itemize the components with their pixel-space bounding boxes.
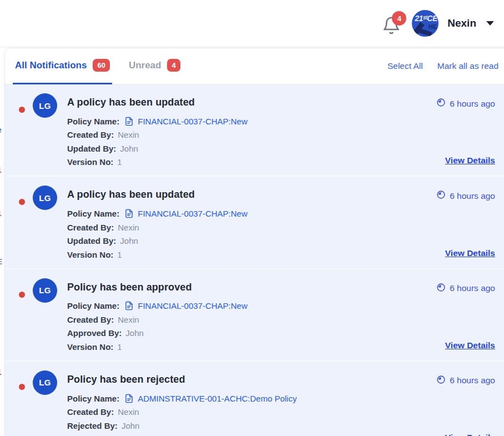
unread-dot-indicator bbox=[19, 107, 25, 113]
tab-actions: Select All Mark all as read bbox=[387, 61, 500, 71]
field-label: Version No: bbox=[67, 250, 113, 259]
field-label: Approved By: bbox=[67, 328, 122, 338]
notification-timestamp: 6 hours ago bbox=[436, 375, 495, 387]
document-icon bbox=[124, 301, 134, 310]
document-icon bbox=[124, 394, 134, 403]
chevron-down-icon[interactable] bbox=[486, 21, 494, 26]
notification-timestamp: 6 hours ago bbox=[436, 190, 495, 202]
field-label: Policy Name: bbox=[67, 209, 119, 218]
edge-fragment: e bbox=[0, 126, 2, 134]
field-label: Created By: bbox=[67, 407, 114, 417]
field-value: John bbox=[120, 236, 138, 245]
field-value: Nexin bbox=[118, 130, 139, 139]
user-name[interactable]: Nexin bbox=[447, 17, 476, 29]
timestamp-text: 6 hours ago bbox=[450, 99, 495, 109]
document-icon bbox=[124, 209, 134, 218]
tab-unread[interactable]: Unread 4 bbox=[127, 48, 183, 84]
field-row: Approved By: John bbox=[67, 327, 495, 340]
clock-icon bbox=[436, 283, 446, 294]
field-row: Created By: Nexin bbox=[67, 220, 495, 234]
view-details-link[interactable]: View Details bbox=[445, 340, 495, 350]
tab-all-label: All Notifications bbox=[15, 60, 87, 71]
notification-title: A policy has been updated bbox=[67, 188, 495, 201]
field-label: Rejected By: bbox=[67, 421, 118, 430]
field-value: Nexin bbox=[118, 315, 139, 324]
notification-card[interactable]: LG 6 hours ago Policy has been rejected … bbox=[5, 362, 504, 436]
field-label: Version No: bbox=[67, 157, 113, 167]
document-icon bbox=[124, 117, 134, 126]
mark-all-read-button[interactable]: Mark all as read bbox=[437, 61, 498, 71]
field-label: Policy Name: bbox=[67, 394, 119, 403]
tab-unread-label: Unread bbox=[129, 60, 162, 71]
view-details-link[interactable]: View Details bbox=[445, 433, 495, 436]
notification-card[interactable]: LG 6 hours ago Policy has been approved … bbox=[5, 269, 504, 362]
user-avatar[interactable]: 21ˢᵗCE HE bbox=[412, 10, 439, 37]
clock-icon bbox=[436, 190, 446, 202]
unread-dot-indicator bbox=[19, 384, 25, 390]
notification-timestamp: 6 hours ago bbox=[436, 98, 495, 109]
logo-text: 21ˢᵗCE bbox=[415, 14, 437, 23]
field-label: Created By: bbox=[67, 223, 114, 232]
timestamp-text: 6 hours ago bbox=[450, 191, 495, 201]
notification-title: Policy has been rejected bbox=[67, 373, 495, 386]
sender-avatar: LG bbox=[33, 93, 57, 118]
tab-all-notifications[interactable]: All Notifications 60 bbox=[13, 48, 112, 84]
unread-dot-indicator bbox=[19, 199, 25, 205]
unread-dot-indicator bbox=[19, 292, 25, 298]
policy-name-row: Policy Name: FINANCIAL-0037-CHAP:New bbox=[67, 299, 495, 313]
policy-name-row: Policy Name: FINANCIAL-0037-CHAP:New bbox=[67, 207, 495, 220]
bell-count-badge: 4 bbox=[392, 11, 406, 26]
sender-avatar: LG bbox=[33, 370, 57, 395]
view-details-link[interactable]: View Details bbox=[445, 156, 495, 166]
policy-name-link[interactable]: FINANCIAL-0037-CHAP:New bbox=[138, 117, 248, 126]
all-count-badge: 60 bbox=[93, 59, 109, 72]
edge-fragment: 1 bbox=[0, 209, 2, 218]
field-value: Nexin bbox=[118, 223, 139, 232]
select-all-button[interactable]: Select All bbox=[387, 61, 423, 71]
field-label: Updated By: bbox=[67, 144, 116, 153]
policy-name-row: Policy Name: ADMINSTRATIVE-001-ACHC:Demo… bbox=[67, 392, 495, 405]
field-value: 1 bbox=[117, 157, 122, 167]
edge-fragment: 1 bbox=[0, 368, 2, 377]
notification-card[interactable]: LG 6 hours ago A policy has been updated… bbox=[5, 177, 504, 269]
notification-timestamp: 6 hours ago bbox=[436, 283, 495, 294]
view-details-link[interactable]: View Details bbox=[445, 248, 495, 258]
logo-text: HE bbox=[429, 23, 437, 30]
field-value: Nexin bbox=[118, 407, 139, 417]
timestamp-text: 6 hours ago bbox=[450, 283, 495, 293]
notification-title: A policy has been updated bbox=[67, 96, 495, 109]
clock-icon bbox=[436, 98, 446, 109]
policy-name-link[interactable]: FINANCIAL-0037-CHAP:New bbox=[138, 301, 248, 310]
notification-card[interactable]: LG 6 hours ago A policy has been updated… bbox=[5, 84, 504, 177]
notifications-tab-bar: All Notifications 60 Unread 4 Select All… bbox=[5, 48, 504, 84]
sender-avatar: LG bbox=[33, 186, 57, 210]
sender-avatar: LG bbox=[33, 278, 57, 303]
field-value: 1 bbox=[117, 342, 122, 352]
notifications-bell-button[interactable]: 4 bbox=[381, 11, 403, 36]
unread-count-badge: 4 bbox=[167, 59, 180, 72]
field-value: John bbox=[120, 144, 138, 153]
policy-name-link[interactable]: ADMINSTRATIVE-001-ACHC:Demo Policy bbox=[138, 394, 296, 403]
field-label: Version No: bbox=[67, 342, 113, 352]
field-row: Rejected By: John bbox=[67, 419, 495, 433]
field-label: Policy Name: bbox=[67, 301, 119, 310]
field-row: Version No: 1 bbox=[67, 248, 495, 262]
field-row: Version No: 1 bbox=[67, 156, 495, 169]
field-row: Created By: Nexin bbox=[67, 405, 495, 419]
field-row: Updated By: John bbox=[67, 142, 495, 156]
field-label: Created By: bbox=[67, 130, 114, 139]
field-row: Version No: 1 bbox=[67, 340, 495, 354]
app-header: 4 21ˢᵗCE HE Nexin bbox=[0, 0, 504, 47]
clock-icon bbox=[436, 375, 446, 387]
field-row: Version No: 1 bbox=[67, 432, 495, 436]
field-row: Created By: Nexin bbox=[67, 313, 495, 327]
field-row: Created By: Nexin bbox=[67, 128, 495, 142]
field-value: 1 bbox=[117, 250, 122, 259]
field-label: Updated By: bbox=[67, 236, 116, 245]
policy-name-link[interactable]: FINANCIAL-0037-CHAP:New bbox=[138, 209, 248, 218]
notification-title: Policy has been approved bbox=[67, 280, 495, 294]
policy-name-row: Policy Name: FINANCIAL-0037-CHAP:New bbox=[67, 114, 495, 128]
timestamp-text: 6 hours ago bbox=[450, 375, 495, 385]
edge-fragment: E bbox=[0, 257, 2, 266]
field-value: John bbox=[125, 328, 144, 338]
